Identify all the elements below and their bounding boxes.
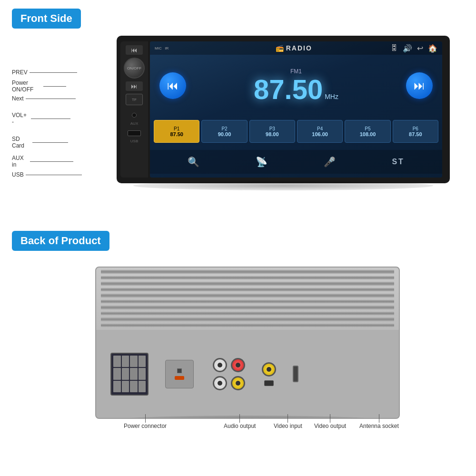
- small-connectors-panel: [165, 360, 194, 388]
- rca-audio-right: [231, 358, 245, 372]
- back-side-label: Back of Product: [12, 231, 109, 251]
- preset-btn-5[interactable]: P5 108.00: [345, 120, 390, 143]
- preset-row: P1 87.50 P2 90.00 P3 98.00 P4 106.00 P5: [154, 120, 438, 144]
- preset-label-5: P5: [365, 126, 370, 131]
- cast-icon[interactable]: 📡: [256, 156, 268, 168]
- st-label: ST: [392, 158, 404, 166]
- usb-annotation: USB: [12, 171, 24, 178]
- preset-label-6: P6: [413, 126, 418, 131]
- power-connector: [110, 353, 149, 396]
- preset-label-3: P3: [269, 126, 275, 131]
- preset-btn-1[interactable]: P1 87.50: [154, 120, 199, 143]
- power-annotation: Power ON/OFF: [12, 79, 41, 93]
- next-button[interactable]: ⏭: [126, 81, 143, 91]
- front-device-body: ⏮ ON/OFF ⏭ TF AUX USB MIC IR �: [117, 36, 450, 183]
- preset-freq-1: 87.50: [170, 131, 183, 137]
- preset-freq-6: 87.50: [409, 131, 422, 137]
- preset-freq-4: 106.00: [312, 131, 328, 137]
- volume-knob[interactable]: ON/OFF: [124, 58, 145, 79]
- screen-mode-label: RADIO: [286, 44, 388, 52]
- front-device-wrapper: ⏮ ON/OFF ⏭ TF AUX USB MIC IR �: [102, 36, 450, 207]
- usb-port: [128, 130, 141, 136]
- rca-audio-left: [213, 358, 227, 372]
- antenna-area: [293, 366, 298, 382]
- preset-freq-2: 90.00: [218, 131, 231, 137]
- prev-annotation: PREV: [12, 69, 28, 76]
- screen-prev-button[interactable]: ⏮: [159, 72, 186, 99]
- radio-mode-icon: 📻: [276, 44, 284, 52]
- back-bottom-area: [96, 330, 399, 418]
- antenna-socket-annotation: Antenna socket: [359, 423, 399, 429]
- audio-output-annotation: Audio output: [224, 423, 256, 429]
- mic-icon[interactable]: 🎤: [324, 156, 336, 168]
- left-panel: ⏮ ON/OFF ⏭ TF AUX USB: [120, 41, 148, 178]
- frequency-unit: MHz: [325, 93, 338, 100]
- preset-btn-6[interactable]: P6 87.50: [393, 120, 438, 143]
- aux-annotation: AUX in: [12, 155, 28, 168]
- sd-annotation: SD Card: [12, 136, 30, 149]
- speaker-icon[interactable]: 🔊: [403, 44, 412, 53]
- front-device-shadow: [133, 181, 433, 190]
- antenna-socket-main: [293, 366, 298, 382]
- power-connector-annotation: Power connector: [124, 423, 167, 429]
- back-device-body: GS: [95, 267, 400, 419]
- preset-freq-5: 108.00: [360, 131, 376, 137]
- rca-video-output: [262, 362, 276, 386]
- home-icon[interactable]: 🏠: [428, 44, 437, 53]
- next-annotation: Next: [12, 95, 24, 102]
- prev-button[interactable]: ⏮: [126, 45, 143, 55]
- rca-video-out: [262, 362, 276, 377]
- usb-slot-back: [264, 380, 274, 386]
- rca-connectors: [213, 358, 245, 390]
- preset-freq-3: 98.00: [266, 131, 279, 137]
- screen-next-button[interactable]: ⏭: [406, 72, 433, 99]
- preset-label-1: P1: [174, 126, 179, 131]
- preset-label-2: P2: [221, 126, 227, 131]
- frequency-number: 87.50: [254, 76, 323, 103]
- front-side-label: Front Side: [12, 9, 81, 29]
- vol-annotation: VOL+ -: [12, 112, 29, 125]
- preset-label-4: P4: [317, 126, 323, 131]
- rca-video-in-left: [213, 376, 227, 390]
- rca-video-in-yellow: [231, 376, 245, 390]
- bottom-icons-row: 🔍 📡 🎤 ST: [150, 150, 442, 174]
- screen-top-bar: MIC IR 📻 RADIO 🎛 🔊 ↩ 🏠: [150, 41, 442, 55]
- preset-btn-4[interactable]: P4 106.00: [297, 120, 343, 143]
- video-input-annotation: Video input: [274, 423, 302, 429]
- back-arrow-icon[interactable]: ↩: [417, 44, 423, 53]
- radio-main-area: ⏮ FM1 87.50 MHz ⏭: [150, 55, 442, 117]
- equalizer-icon[interactable]: 🎛: [390, 44, 398, 52]
- aux-port: [132, 113, 137, 118]
- preset-btn-3[interactable]: P3 98.00: [249, 120, 295, 143]
- preset-btn-2[interactable]: P2 90.00: [201, 120, 247, 143]
- heatsink: [101, 270, 394, 327]
- search-icon[interactable]: 🔍: [188, 156, 199, 168]
- top-bar-icons: 🎛 🔊 ↩ 🏠: [390, 44, 437, 53]
- frequency-display: FM1 87.50 MHz: [186, 68, 406, 103]
- device-screen: MIC IR 📻 RADIO 🎛 🔊 ↩ 🏠 ⏮ FM1 87.50: [150, 41, 442, 178]
- sd-card-slot[interactable]: TF: [126, 94, 143, 105]
- video-output-annotation: Video output: [314, 423, 346, 429]
